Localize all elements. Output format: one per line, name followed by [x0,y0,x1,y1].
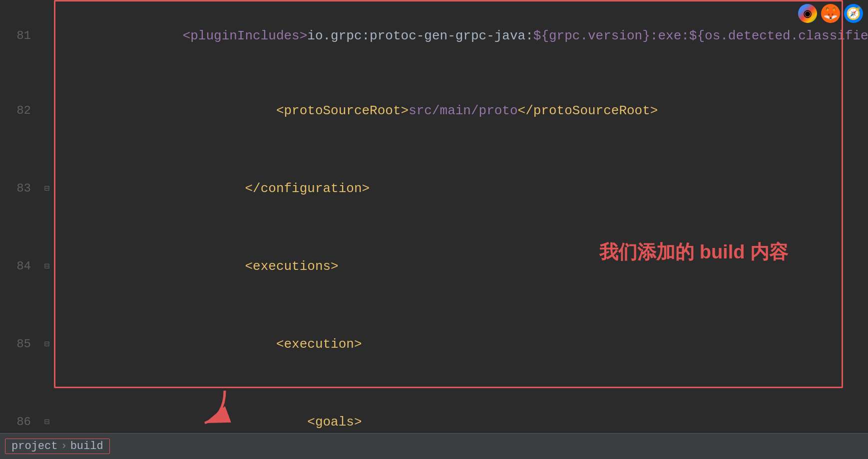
line-number-82: 82 [0,98,40,124]
line-content-85: <execution> [54,305,868,383]
line-content-81: <pluginIncludes>io.grpc:protoc-gen-grpc-… [54,0,868,72]
annotation-text: 我们添加的 build 内容 [599,239,788,265]
line-number-81: 81 [0,24,40,48]
line-content-83: </configuration> [54,150,868,228]
arrow-indicator [195,386,255,433]
line-number-84: 84 [0,253,40,279]
firefox-icon[interactable]: 🦊 [821,4,840,23]
line-number-83: 83 [0,176,40,202]
code-line-82: 82 <protoSourceRoot>src/main/proto</prot… [0,72,868,150]
breadcrumb-project[interactable]: project [11,440,57,453]
chrome-icon[interactable]: ◉ [798,4,817,23]
breadcrumb-box: project › build [5,439,110,454]
code-line-83: 83 ⊟ </configuration> [0,150,868,228]
fold-86: ⊟ [40,409,54,435]
code-area: 81 <pluginIncludes>io.grpc:protoc-gen-gr… [0,0,868,459]
arrow-svg [195,386,255,431]
editor: ◉ 🦊 🧭 81 <pluginIncludes>io.grpc:protoc-… [0,0,868,459]
breadcrumb-separator: › [60,440,67,453]
line-number-85: 85 [0,331,40,357]
line-number-86: 86 [0,409,40,435]
fold-84: ⊟ [40,253,54,279]
code-line-81: 81 <pluginIncludes>io.grpc:protoc-gen-gr… [0,0,868,72]
browser-icons: ◉ 🦊 🧭 [798,4,863,23]
breadcrumb-build[interactable]: build [70,440,103,453]
breadcrumb-bar: project › build [0,433,868,459]
line-content-82: <protoSourceRoot>src/main/proto</protoSo… [54,72,868,150]
fold-85: ⊟ [40,331,54,357]
fold-83: ⊟ [40,176,54,202]
code-line-85: 85 ⊟ <execution> [0,305,868,383]
safari-icon[interactable]: 🧭 [844,4,863,23]
